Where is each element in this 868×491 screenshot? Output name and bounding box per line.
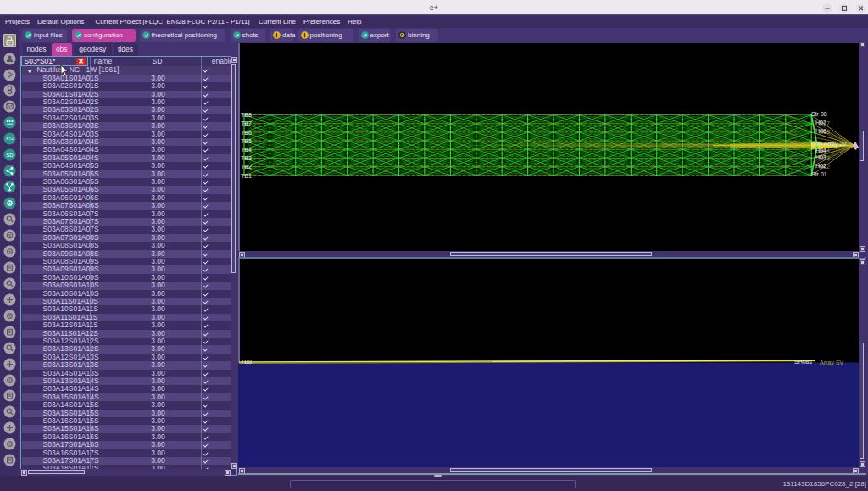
svg-text:Str 08: Str 08: [811, 111, 827, 117]
svg-text:TB8: TB8: [241, 359, 252, 365]
svg-text:TB2: TB2: [241, 164, 252, 170]
svg-text:TB8: TB8: [241, 112, 252, 118]
svg-text:H02: H02: [819, 164, 830, 170]
svg-text:Str 01: Str 01: [811, 171, 827, 177]
svg-text:H03: H03: [819, 155, 830, 161]
svg-text:XYZ: XYZ: [5, 137, 14, 142]
svg-text:TB6: TB6: [241, 130, 252, 136]
svg-text:H04: H04: [819, 148, 830, 153]
svg-text:TB4: TB4: [241, 147, 252, 153]
svg-text:H06: H06: [819, 129, 830, 135]
svg-text:H07: H07: [819, 120, 830, 126]
svg-text:$: $: [8, 232, 10, 237]
svg-text:SH08s: SH08s: [794, 359, 813, 365]
svg-text:SD: SD: [6, 153, 14, 158]
svg-text:TB5: TB5: [241, 138, 252, 144]
svg-text:TB7: TB7: [241, 120, 252, 126]
svg-text:Array SV: Array SV: [820, 360, 843, 366]
svg-text:TB3: TB3: [241, 155, 252, 161]
svg-text:TB1: TB1: [241, 173, 252, 179]
svg-text:Gun Array 2V: Gun Array 2V: [811, 141, 847, 148]
